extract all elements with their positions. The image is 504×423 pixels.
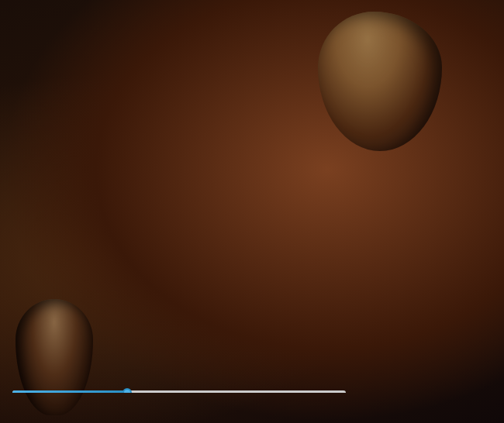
output-section: Output Preview ⏮: [7, 228, 351, 393]
output-video-frame: [7, 240, 351, 383]
progress-thumb[interactable]: [123, 388, 132, 393]
main-content: Original Preview Output Preview: [1, 52, 503, 393]
progress-bar[interactable]: [12, 390, 346, 393]
output-preview: [7, 240, 351, 383]
left-panel: Original Preview Output Preview: [1, 52, 357, 393]
progress-fill: [12, 390, 129, 393]
main-window: ✎ Edit ✕ arthurandther... Rotate 3D Crop…: [0, 0, 504, 423]
